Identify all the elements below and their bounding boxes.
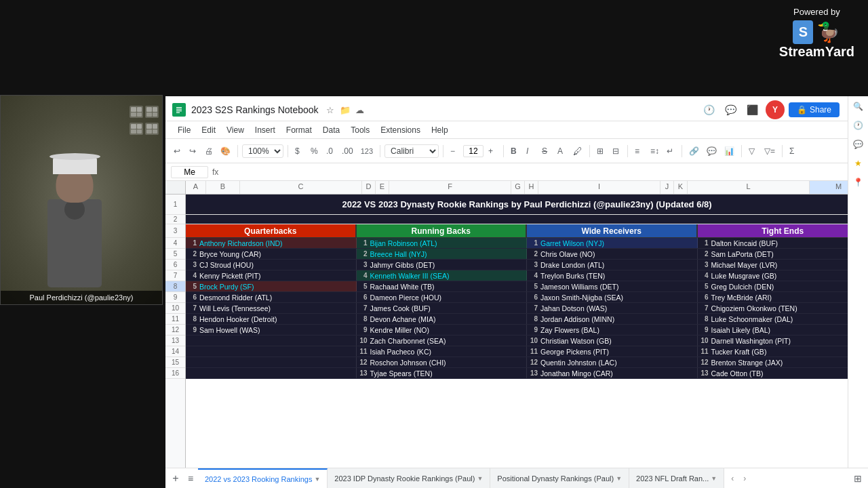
user-avatar[interactable]: Y — [766, 100, 785, 119]
row-14[interactable]: 14 — [165, 346, 185, 357]
tab-2[interactable]: 2023 IDP Dynasty Rookie Rankings (Paul) … — [328, 468, 490, 488]
percent-button[interactable]: % — [308, 143, 321, 159]
menu-edit[interactable]: Edit — [196, 124, 221, 136]
right-panel: 🔍 🕐 💬 ★ 📍 — [848, 96, 868, 468]
row-9[interactable]: 9 — [165, 292, 185, 303]
rank: 3 — [701, 261, 711, 268]
col-i-header[interactable]: I — [538, 181, 660, 194]
paint-format-button[interactable]: 🎨 — [218, 143, 233, 159]
filter-button[interactable]: ▽ — [746, 143, 760, 159]
player-name: Tucker Kraft (GB) — [711, 348, 767, 356]
col-c-header[interactable]: C — [240, 181, 362, 194]
row-12[interactable]: 12 — [165, 325, 185, 336]
right-star-icon[interactable]: ★ — [854, 159, 862, 168]
decimal-inc-button[interactable]: .00 — [339, 143, 356, 159]
col-g-header[interactable]: G — [511, 181, 525, 194]
print-button[interactable]: 🖨 — [202, 143, 216, 159]
explore-button[interactable]: ⊞ — [850, 471, 865, 486]
sigma-button[interactable]: Σ — [787, 143, 800, 159]
add-sheet-button[interactable]: + — [168, 471, 183, 486]
tab-3[interactable]: Positional Dynasty Rankings (Paul) ▼ — [490, 468, 629, 488]
menu-data[interactable]: Data — [317, 124, 345, 136]
undo-button[interactable]: ↩ — [171, 143, 184, 159]
font-size-input[interactable] — [463, 145, 484, 157]
italic-button[interactable]: I — [524, 143, 537, 159]
strikethrough-button[interactable]: S — [539, 143, 553, 159]
comment-tb-button[interactable]: 💬 — [704, 143, 719, 159]
row-5[interactable]: 5 — [165, 249, 185, 260]
tab-4-label: 2023 NFL Draft Ran... — [636, 474, 709, 483]
fx-icon: fx — [212, 167, 218, 177]
right-history-icon[interactable]: 🕐 — [853, 121, 863, 130]
filter-view-button[interactable]: ▽= — [762, 143, 778, 159]
menu-insert[interactable]: Insert — [250, 124, 281, 136]
row-10[interactable]: 10 — [165, 303, 185, 314]
row-13[interactable]: 13 — [165, 336, 185, 346]
row-4[interactable]: 4 — [165, 238, 185, 249]
font-size-inc-button[interactable]: + — [486, 143, 499, 159]
tab-1-arrow: ▼ — [314, 476, 320, 483]
comment-icon[interactable]: 💬 — [722, 101, 740, 119]
wrap-button[interactable]: ↵ — [664, 143, 677, 159]
tab-4[interactable]: 2023 NFL Draft Ran... ▼ — [629, 468, 724, 488]
right-map-icon[interactable]: 📍 — [853, 178, 863, 187]
col-k-header[interactable]: K — [674, 181, 688, 194]
col-h-header[interactable]: H — [525, 181, 538, 194]
menu-extensions[interactable]: Extensions — [375, 124, 426, 136]
row-15[interactable]: 15 — [165, 357, 185, 368]
player-name: Jameson Williams (DET) — [540, 283, 619, 291]
chart-button[interactable]: 📊 — [722, 143, 737, 159]
col-d-header[interactable]: D — [362, 181, 376, 194]
tab-1[interactable]: 2022 vs 2023 Rooking Rankings ▼ — [198, 468, 328, 488]
highlight-button[interactable]: 🖊 — [570, 143, 585, 159]
align-button[interactable]: ≡ — [632, 143, 646, 159]
row-16[interactable]: 16 — [165, 368, 185, 379]
folder-icon[interactable]: 📁 — [339, 104, 351, 116]
row-2[interactable]: 2 — [165, 215, 185, 224]
redo-button[interactable]: ↪ — [186, 143, 200, 159]
menu-file[interactable]: File — [172, 124, 196, 136]
row-1[interactable]: 1 — [165, 195, 185, 215]
font-size-dec-button[interactable]: − — [448, 143, 461, 159]
menu-format[interactable]: Format — [281, 124, 317, 136]
tab-next-button[interactable]: › — [739, 473, 750, 484]
right-chat-icon[interactable]: 💬 — [853, 140, 863, 149]
font-select[interactable]: Calibri — [384, 144, 439, 158]
col-a-header[interactable]: A — [186, 181, 206, 194]
borders-button[interactable]: ⊞ — [594, 143, 608, 159]
row-6[interactable]: 6 — [165, 260, 185, 270]
sheets-list-button[interactable]: ≡ — [183, 471, 198, 486]
history-icon[interactable]: 🕐 — [701, 101, 718, 119]
font-color-button[interactable]: A — [555, 143, 568, 159]
menu-help[interactable]: Help — [426, 124, 454, 136]
share-button[interactable]: 🔒 Share — [789, 102, 840, 117]
screen-icon[interactable]: ⬛ — [744, 101, 762, 119]
menu-tools[interactable]: Tools — [345, 124, 375, 136]
cell-ref-input[interactable] — [171, 166, 208, 178]
row-8[interactable]: 8 — [165, 281, 185, 292]
star-icon[interactable]: ☆ — [324, 104, 336, 116]
col-b-header[interactable]: B — [206, 181, 240, 194]
row-7[interactable]: 7 — [165, 270, 185, 281]
col-j-header[interactable]: J — [660, 181, 674, 194]
link-button[interactable]: 🔗 — [686, 143, 702, 159]
bold-button[interactable]: B — [508, 143, 521, 159]
row-3[interactable]: 3 — [165, 224, 185, 238]
zoom-select[interactable]: 100% — [242, 144, 283, 158]
right-explore-icon[interactable]: 🔍 — [853, 102, 863, 111]
col-e-header[interactable]: E — [376, 181, 389, 194]
row-11[interactable]: 11 — [165, 314, 185, 325]
valign-button[interactable]: ≡↕ — [648, 143, 662, 159]
merge-button[interactable]: ⊟ — [610, 143, 623, 159]
col-f-header[interactable]: F — [389, 181, 511, 194]
menu-view[interactable]: View — [221, 124, 250, 136]
col-l-header[interactable]: L — [688, 181, 810, 194]
te-header: Tight Ends — [698, 224, 869, 237]
cloud-icon[interactable]: ☁ — [354, 104, 366, 116]
rank: 11 — [530, 348, 540, 355]
tab-prev-button[interactable]: ‹ — [727, 473, 738, 484]
decimal-dec-button[interactable]: .0 — [323, 143, 337, 159]
formula-input[interactable] — [222, 167, 863, 177]
rank: 9 — [701, 326, 711, 333]
currency-button[interactable]: $ — [292, 143, 306, 159]
